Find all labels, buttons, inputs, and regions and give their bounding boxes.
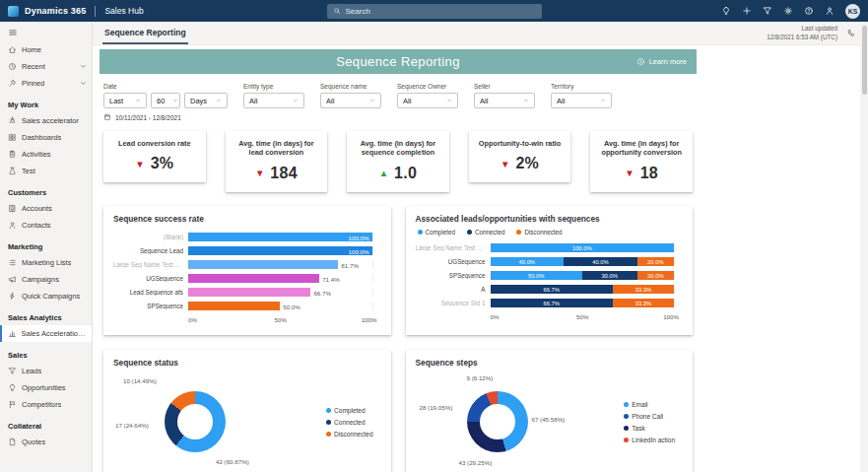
- sidebar-item-quotes[interactable]: Quotes: [0, 434, 92, 450]
- legend-item-completed[interactable]: Completed: [418, 229, 455, 236]
- chevron-down-icon: [600, 98, 606, 103]
- filter-label: Date: [103, 83, 228, 90]
- dropdown-sequence-name[interactable]: All: [320, 93, 381, 108]
- trend-up-icon: ▲: [379, 169, 388, 178]
- segment-completed[interactable]: 40.0%: [491, 257, 565, 266]
- date-60-dropdown[interactable]: 60: [151, 93, 180, 108]
- tab-sequence-reporting[interactable]: Sequence Reporting: [102, 22, 188, 44]
- dynamics-365-logo[interactable]: [8, 6, 19, 17]
- dropdown-seller[interactable]: All: [474, 93, 535, 108]
- filter-button[interactable]: [763, 6, 772, 16]
- sidebar-item-contacts[interactable]: Contacts: [0, 217, 92, 234]
- person-button[interactable]: [825, 6, 835, 16]
- chart-title: Associated leads/opportunities with sequ…: [416, 214, 684, 224]
- dropdown-entity-type[interactable]: All: [243, 93, 304, 108]
- segment-connected[interactable]: 30.0%: [582, 271, 637, 280]
- bar-row: SPSequence50.0%30.0%20.0%: [416, 269, 684, 283]
- help-button[interactable]: [804, 6, 814, 16]
- app-name[interactable]: Sales Hub: [104, 6, 143, 16]
- segment-disconnected[interactable]: 33.3%: [613, 299, 674, 307]
- chart-title: Sequence success rate: [113, 214, 381, 224]
- lightbulb-button[interactable]: [721, 6, 731, 16]
- sidebar-item-home[interactable]: Home: [0, 41, 92, 58]
- sidebar-item-dashboards[interactable]: Dashboards: [0, 129, 92, 146]
- phone-icon[interactable]: [846, 29, 855, 37]
- brand-title[interactable]: Dynamics 365: [25, 6, 86, 16]
- segment-connected[interactable]: 66.7%: [491, 299, 613, 307]
- sidebar-item-label: Quotes: [22, 438, 45, 446]
- legend-item-phone-call[interactable]: Phone Call: [624, 413, 675, 420]
- segment-value-label: 20.0%: [647, 273, 663, 279]
- sidebar-item-opportunities[interactable]: Opportunities: [0, 379, 92, 396]
- sidebar-item-competitors[interactable]: Competitors: [0, 396, 92, 413]
- legend-item-disconnected[interactable]: Disconnected: [326, 431, 372, 438]
- x-axis: 0%50%100%: [188, 316, 373, 326]
- chevron-down-icon: [216, 98, 222, 103]
- sidebar-item-quick-campaigns[interactable]: Quick Campaigns: [0, 288, 92, 304]
- clock-icon: [8, 62, 17, 71]
- filter-label: Seller: [474, 83, 535, 90]
- bar-ugsequence[interactable]: [188, 274, 319, 283]
- bar-large-seq-name-test-000000[interactable]: [188, 260, 338, 269]
- sidebar-item-sales-acceleration[interactable]: Sales Acceleration…: [0, 325, 92, 342]
- segment-disconnected[interactable]: 20.0%: [637, 257, 674, 266]
- sidebar-item-test[interactable]: Test: [0, 163, 92, 179]
- date-days-dropdown[interactable]: Days: [184, 93, 228, 108]
- legend-item-completed[interactable]: Completed: [326, 407, 372, 414]
- segment-disconnected[interactable]: 33.3%: [613, 285, 674, 294]
- sidebar-item-leads[interactable]: Leads: [0, 363, 92, 379]
- sidebar-item-campaigns[interactable]: Campaigns: [0, 271, 92, 288]
- dropdown-territory[interactable]: All: [551, 93, 612, 108]
- bar-sequence-lead[interactable]: 100.0%: [188, 246, 372, 255]
- legend-item-connected[interactable]: Connected: [467, 229, 504, 236]
- legend-item-task[interactable]: Task: [624, 425, 675, 432]
- donut-chart[interactable]: [467, 391, 528, 452]
- donut-chart[interactable]: [165, 391, 226, 452]
- scrollbar-thumb[interactable]: [862, 26, 867, 95]
- sidebar-item-recent[interactable]: Recent: [0, 58, 92, 75]
- dropdown-value: All: [480, 97, 488, 105]
- segment-connected[interactable]: 66.7%: [491, 285, 613, 294]
- legend-item-email[interactable]: Email: [624, 401, 675, 408]
- bar-row: Sequence Std 166.7%33.3%: [416, 297, 684, 310]
- x-tick: 50%: [275, 316, 287, 323]
- gear-button[interactable]: [783, 6, 793, 16]
- segment-connected[interactable]: 40.0%: [564, 257, 637, 266]
- bar-track: 50.0%: [188, 302, 373, 310]
- legend-item-connected[interactable]: Connected: [326, 419, 372, 426]
- sidebar-item-label: Marketing Lists: [22, 258, 71, 267]
- sidebar-item-sales-accelerator[interactable]: Sales accelerator: [0, 112, 92, 129]
- segment-disconnected[interactable]: 20.0%: [637, 271, 674, 280]
- bar-spsequence[interactable]: [188, 302, 280, 310]
- sidebar-item-activities[interactable]: Activities: [0, 146, 92, 163]
- sidebar-item-accounts[interactable]: Accounts: [0, 200, 92, 217]
- segment-value-label: 66.7%: [543, 301, 559, 306]
- sidebar-item-pinned[interactable]: Pinned: [0, 75, 92, 92]
- dropdown-sequence-owner[interactable]: All: [397, 93, 458, 108]
- date-last-dropdown[interactable]: Last: [103, 93, 147, 108]
- sidebar-collapse-button[interactable]: [0, 24, 92, 41]
- legend-item-disconnected[interactable]: Disconnected: [516, 229, 562, 236]
- bar-value-label: 71.4%: [322, 275, 340, 282]
- sidebar-item-marketing-lists[interactable]: Marketing Lists: [0, 254, 92, 271]
- plus-button[interactable]: [742, 6, 752, 16]
- legend-item-linkedin-action[interactable]: LinkedIn action: [624, 437, 675, 443]
- segment-value-label: 33.3%: [635, 301, 651, 306]
- report-title: Sequence Reporting: [336, 54, 460, 69]
- vertical-scrollbar[interactable]: [860, 22, 868, 472]
- segment-completed[interactable]: 100.0%: [491, 243, 675, 252]
- avatar[interactable]: KS: [845, 4, 860, 19]
- filter-date: DateLast60Days10/11/2021 - 12/8/2021: [103, 83, 228, 121]
- topbar-divider: [95, 6, 96, 17]
- bar-lead-sequence-afs[interactable]: [188, 288, 310, 297]
- bar-value-label: 66.7%: [313, 289, 331, 296]
- bar-blank[interactable]: 100.0%: [188, 233, 372, 241]
- chart-associated-leads-opportunities-with-sequences: Associated leads/opportunities with sequ…: [406, 206, 694, 335]
- learn-more-link[interactable]: Learn more: [636, 57, 687, 66]
- segment-completed[interactable]: 50.0%: [491, 271, 582, 280]
- trend-down-icon: ▼: [501, 160, 509, 169]
- bar-value-label: 100.0%: [349, 234, 369, 240]
- segment-value-label: 40.0%: [519, 259, 535, 265]
- search-input[interactable]: Search: [327, 4, 542, 19]
- gear-icon: [783, 6, 793, 16]
